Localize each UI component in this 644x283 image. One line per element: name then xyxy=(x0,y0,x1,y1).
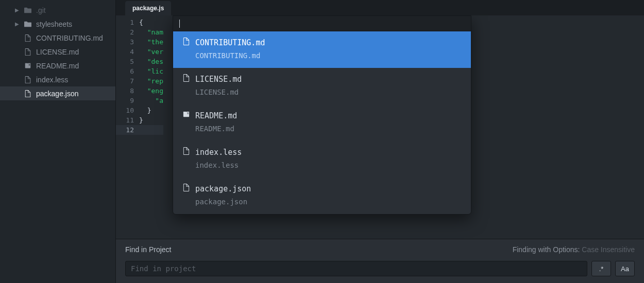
fuzzy-result-name: package.json xyxy=(195,184,251,194)
find-input[interactable]: Find in project xyxy=(125,261,587,276)
folder-icon xyxy=(24,6,32,14)
code-line[interactable]: "nam xyxy=(139,27,163,37)
tree-file[interactable]: CONTRIBUTING.md xyxy=(0,31,115,45)
code-line[interactable]: "eng xyxy=(139,86,163,96)
chevron-right-icon: ▶ xyxy=(14,21,20,27)
line-number: 8 xyxy=(116,86,134,96)
line-number: 11 xyxy=(116,115,134,125)
fuzzy-result[interactable]: package.jsonpackage.json xyxy=(173,178,471,214)
tree-item-label: index.less xyxy=(36,76,68,84)
tree-item-label: README.md xyxy=(36,62,79,70)
file-icon xyxy=(182,38,190,48)
fuzzy-result[interactable]: index.lessindex.less xyxy=(173,141,471,178)
code-line[interactable]: } xyxy=(139,105,163,115)
tree-item-label: stylesheets xyxy=(36,20,72,28)
code-line[interactable]: } xyxy=(139,115,163,125)
fuzzy-finder: CONTRIBUTING.mdCONTRIBUTING.mdLICENSE.md… xyxy=(173,15,471,215)
fuzzy-result-path: CONTRIBUTING.md xyxy=(182,51,462,61)
file-icon xyxy=(24,48,32,56)
tree-item-label: CONTRIBUTING.md xyxy=(36,34,103,42)
code-line[interactable]: { xyxy=(139,17,163,27)
line-number: 10 xyxy=(116,105,134,115)
file-icon xyxy=(182,184,190,194)
book-icon xyxy=(24,62,32,70)
line-number: 12 xyxy=(116,125,139,135)
tree-folder[interactable]: ▶stylesheets xyxy=(0,17,115,31)
find-in-project-panel: Find in Project Finding with Options: Ca… xyxy=(116,239,644,283)
fuzzy-result-path: index.less xyxy=(182,161,462,170)
fuzzy-result[interactable]: CONTRIBUTING.mdCONTRIBUTING.md xyxy=(173,31,471,68)
code-editor[interactable]: 123456789101112 { "nam "the "ver "des "l… xyxy=(116,15,644,239)
line-number: 1 xyxy=(116,17,134,27)
fuzzy-result-name: CONTRIBUTING.md xyxy=(195,38,265,48)
find-title: Find in Project xyxy=(125,245,171,254)
code-line[interactable]: "ver xyxy=(139,47,163,57)
fuzzy-result-path: LICENSE.md xyxy=(182,87,462,97)
regex-icon: .* xyxy=(599,265,604,273)
editor-pane: package.js 123456789101112 { "nam "the "… xyxy=(116,0,644,283)
tree-item-label: .git xyxy=(36,6,46,14)
regex-toggle-button[interactable]: .* xyxy=(591,261,611,276)
fuzzy-finder-input[interactable] xyxy=(173,16,471,31)
book-icon xyxy=(182,111,190,121)
line-number: 4 xyxy=(116,47,134,57)
find-status-label: Finding with Options: xyxy=(513,245,580,254)
tree-folder[interactable]: ▶.git xyxy=(0,3,115,17)
case-toggle-button[interactable]: Aa xyxy=(615,261,635,276)
find-placeholder: Find in project xyxy=(131,264,196,273)
file-icon xyxy=(182,74,190,84)
code-line[interactable]: "lic xyxy=(139,66,163,76)
fuzzy-result[interactable]: LICENSE.mdLICENSE.md xyxy=(173,68,471,104)
tab-bar: package.js xyxy=(116,0,644,15)
line-number: 6 xyxy=(116,66,134,76)
code-area[interactable]: { "nam "the "ver "des "lic "rep "eng "a … xyxy=(139,15,163,239)
line-number: 9 xyxy=(116,96,134,105)
text-cursor xyxy=(179,20,180,28)
fuzzy-result-name: README.md xyxy=(195,111,237,121)
line-number: 3 xyxy=(116,37,134,47)
file-icon xyxy=(24,76,32,84)
tab-label: package.js xyxy=(132,5,164,12)
line-number: 7 xyxy=(116,76,134,86)
folder-icon xyxy=(24,20,32,28)
tree-item-label: LICENSE.md xyxy=(36,48,79,56)
fuzzy-result-path: README.md xyxy=(182,124,462,134)
fuzzy-finder-results: CONTRIBUTING.mdCONTRIBUTING.mdLICENSE.md… xyxy=(173,31,471,214)
line-number: 5 xyxy=(116,57,134,66)
file-tree: ▶.git▶stylesheetsCONTRIBUTING.mdLICENSE.… xyxy=(0,0,116,283)
tab-active[interactable]: package.js xyxy=(125,1,171,15)
tree-item-label: package.json xyxy=(36,90,79,98)
fuzzy-result-name: index.less xyxy=(195,148,242,157)
fuzzy-result-name: LICENSE.md xyxy=(195,75,242,84)
code-line[interactable] xyxy=(139,125,163,135)
find-status: Finding with Options: Case Insensitive xyxy=(513,245,635,254)
code-line[interactable]: "a xyxy=(139,96,163,105)
fuzzy-result-path: package.json xyxy=(182,197,462,207)
code-line[interactable]: "rep xyxy=(139,76,163,86)
chevron-right-icon: ▶ xyxy=(14,7,20,13)
code-line[interactable]: "des xyxy=(139,57,163,66)
tree-file[interactable]: LICENSE.md xyxy=(0,45,115,59)
file-icon xyxy=(182,147,190,157)
line-gutter: 123456789101112 xyxy=(116,15,139,239)
file-icon xyxy=(24,34,32,42)
line-number: 2 xyxy=(116,27,134,37)
case-icon: Aa xyxy=(621,265,629,273)
tree-file[interactable]: package.json xyxy=(0,86,115,100)
file-icon xyxy=(24,90,32,98)
tree-file[interactable]: README.md xyxy=(0,59,115,73)
fuzzy-result[interactable]: README.mdREADME.md xyxy=(173,104,471,141)
code-line[interactable]: "the xyxy=(139,37,163,47)
tree-file[interactable]: index.less xyxy=(0,73,115,86)
find-status-value: Case Insensitive xyxy=(582,245,635,254)
